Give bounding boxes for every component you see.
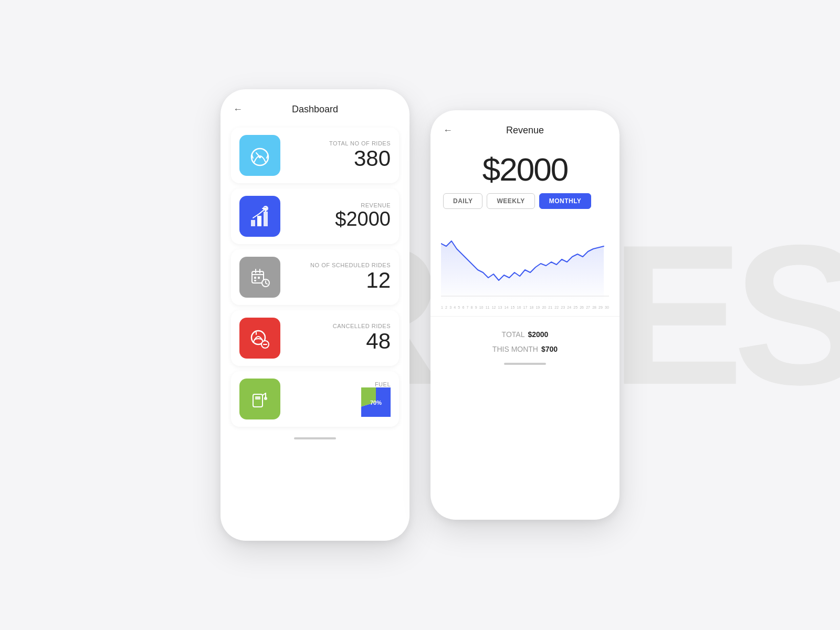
svg-rect-3 [257,216,261,226]
tab-monthly[interactable]: MONTHLY [539,193,592,209]
dashboard-title: Dashboard [292,104,338,115]
svg-point-1 [259,156,261,159]
total-row: TOTAL $2000 [443,327,607,342]
tab-weekly[interactable]: WEEKLY [487,193,534,209]
revenue-home-indicator [504,363,546,365]
revenue-tabs: DAILY WEEKLY MONTHLY [430,193,620,217]
svg-rect-12 [258,277,260,279]
svg-rect-11 [254,277,256,279]
speedometer-icon [239,135,280,176]
svg-rect-21 [253,394,262,407]
revenue-icon: $ [239,196,280,237]
revenue-value: $2000 [289,208,391,230]
fuel-card[interactable]: FUEL 70% [231,371,399,427]
dashboard-back-button[interactable]: ← [233,104,243,115]
dashboard-bottom-bar [220,431,410,450]
scheduled-rides-card[interactable]: NO OF SCHEDULED RIDES 12 [231,249,399,305]
revenue-amount-display: $2000 [430,140,620,193]
home-indicator [294,437,336,439]
fuel-pie-chart: 70% [361,387,391,417]
svg-point-25 [264,397,267,400]
cancelled-rides-value: 48 [289,329,391,353]
cancelled-rides-content: CANCELLED RIDES 48 [289,323,391,353]
tab-daily[interactable]: DAILY [443,193,482,209]
dashboard-phone: ← Dashboard TOTAL NO OF RIDES [220,89,410,541]
phones-container: ← Dashboard TOTAL NO OF RIDES [220,89,620,541]
total-rides-content: TOTAL NO OF RIDES 380 [289,140,391,171]
svg-rect-22 [255,396,260,400]
svg-rect-13 [254,280,256,281]
this-month-value: $700 [541,345,558,353]
fuel-icon [239,379,280,419]
revenue-totals: TOTAL $2000 THIS MONTH $700 [430,316,620,356]
scheduled-rides-content: NO OF SCHEDULED RIDES 12 [289,262,391,292]
fuel-content: FUEL 70% [289,381,391,417]
revenue-bottom-bar [430,356,620,375]
revenue-chart-area: 12345 678910 1112131415 1617181920 21222… [430,217,620,312]
revenue-title: Revenue [506,125,544,136]
this-month-row: THIS MONTH $700 [443,342,607,356]
dashboard-cards-list: TOTAL NO OF RIDES 380 $ [220,123,410,431]
total-rides-value: 380 [289,146,391,171]
svg-rect-4 [264,212,268,226]
dashboard-header: ← Dashboard [220,89,410,123]
total-rides-card[interactable]: TOTAL NO OF RIDES 380 [231,128,399,183]
revenue-card[interactable]: $ REVENUE $2000 [231,188,399,244]
revenue-phone: ← Revenue $2000 DAILY WEEKLY MONTHLY [430,110,620,520]
total-label: TOTAL [502,330,525,339]
revenue-content: REVENUE $2000 [289,202,391,230]
cancelled-icon [239,318,280,359]
revenue-header: ← Revenue [430,110,620,140]
fuel-pie-container: 70% [289,387,391,417]
chart-x-axis: 12345 678910 1112131415 1617181920 21222… [441,303,609,309]
calendar-icon [239,257,280,298]
this-month-label: THIS MONTH [492,345,538,353]
scheduled-rides-value: 12 [289,268,391,292]
revenue-line-chart [441,217,609,301]
cancelled-rides-card[interactable]: CANCELLED RIDES 48 [231,310,399,366]
revenue-back-button[interactable]: ← [443,125,453,136]
total-value: $2000 [528,330,548,339]
fuel-label: FUEL [289,381,391,387]
svg-rect-2 [251,220,255,226]
svg-text:70%: 70% [370,400,382,406]
